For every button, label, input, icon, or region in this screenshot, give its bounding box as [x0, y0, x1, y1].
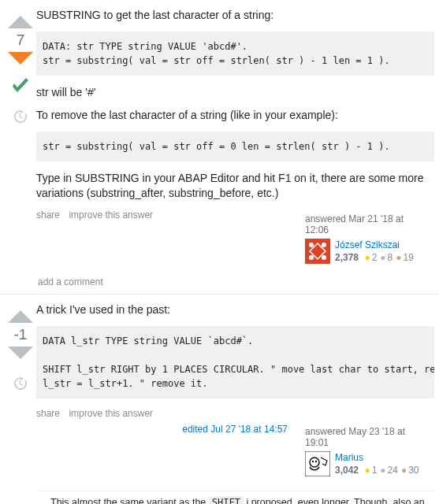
answered-time: answered Mar 21 '18 at 12:06: [305, 213, 430, 235]
post-text: To remove the last character of a string…: [36, 108, 434, 124]
answered-time: answered May 23 '18 at 19:01: [305, 426, 430, 448]
post-body: A trick I've used in the past: DATA l_st…: [36, 302, 434, 504]
vote-column: -1: [5, 302, 36, 504]
user-name[interactable]: Marius: [335, 452, 363, 463]
improve-link[interactable]: improve this answer: [69, 408, 153, 419]
accepted-check-icon: [8, 74, 33, 102]
avatar[interactable]: [305, 239, 330, 264]
svg-point-2: [322, 243, 326, 247]
share-link[interactable]: share: [36, 209, 60, 220]
user-badges: 2819: [361, 252, 413, 263]
add-comment-link[interactable]: add a comment: [38, 276, 434, 287]
vote-score: -1: [14, 326, 28, 343]
code-block: DATA: str TYPE string VALUE 'abcd#'. str…: [36, 32, 434, 76]
code-block: str = substring( val = str off = 0 len =…: [36, 132, 434, 161]
post-text: Type in SUBSTRING in your ABAP Editor an…: [36, 171, 434, 202]
post-text: A trick I've used in the past:: [36, 302, 434, 318]
svg-point-4: [322, 255, 326, 260]
history-icon[interactable]: [13, 376, 28, 393]
svg-point-1: [309, 243, 314, 247]
comment-body: This almost the same variant as the SHIF…: [50, 496, 434, 504]
upvote-icon[interactable]: [6, 9, 35, 30]
edited-time[interactable]: edited Jul 27 '18 at 14:57: [182, 422, 288, 435]
inline-code: SHIFT: [209, 496, 244, 504]
user-rep: 2,378: [335, 252, 359, 263]
post-menu: share improve this answer: [36, 408, 159, 419]
downvote-icon[interactable]: [6, 50, 35, 71]
user-rep: 3,042: [335, 465, 359, 476]
vote-score: 7: [17, 32, 25, 49]
avatar[interactable]: [305, 451, 330, 476]
user-name[interactable]: József Szikszai: [335, 239, 400, 250]
code-block: DATA l_str TYPE string VALUE `abcd#`. SH…: [36, 326, 434, 398]
vote-column: 7: [5, 8, 36, 269]
answer: 7 SUBSTRING to get the last character of…: [0, 0, 439, 295]
svg-point-6: [310, 458, 319, 467]
post-text: SUBSTRING to get the last character of a…: [36, 8, 434, 24]
history-icon[interactable]: [13, 109, 28, 126]
comments: This almost the same variant as the SHIF…: [36, 491, 434, 504]
post-body: SUBSTRING to get the last character of a…: [36, 8, 434, 269]
share-link[interactable]: share: [36, 408, 60, 419]
upvote-icon[interactable]: [6, 304, 35, 324]
svg-point-7: [312, 461, 314, 462]
answer: -1 A trick I've used in the past: DATA l…: [0, 295, 439, 504]
improve-link[interactable]: improve this answer: [69, 209, 153, 220]
svg-point-8: [315, 461, 317, 462]
comment: This almost the same variant as the SHIF…: [36, 491, 434, 504]
downvote-icon[interactable]: [6, 345, 35, 365]
user-card: answered Mar 21 '18 at 12:06 József Szik…: [300, 209, 434, 269]
svg-rect-0: [305, 239, 330, 264]
svg-point-3: [309, 255, 314, 260]
post-text: str will be '#': [36, 85, 434, 101]
comment-score: [36, 496, 50, 504]
user-card: answered May 23 '18 at 19:01 Marius 3,04…: [300, 422, 434, 481]
post-menu: share improve this answer: [36, 209, 159, 220]
user-badges: 12430: [361, 465, 419, 476]
